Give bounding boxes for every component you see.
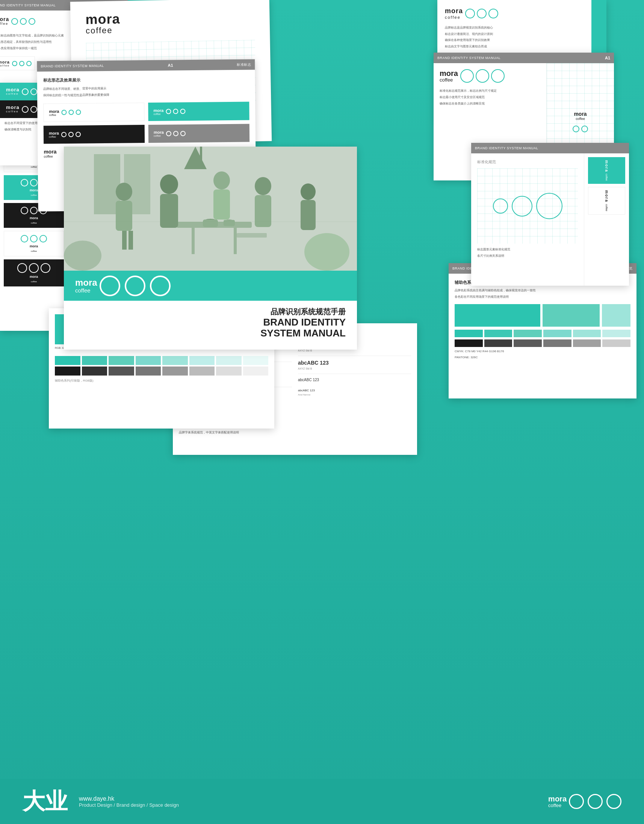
brand-name-tr: mora [445, 8, 463, 15]
footer-circles [569, 794, 621, 809]
bottom-logo-text: mora coffee [44, 149, 56, 158]
footer-logo-text: mora coffee [548, 795, 567, 808]
sc2 [484, 330, 512, 337]
circle-1 [11, 18, 18, 25]
svg-point-24 [304, 233, 350, 271]
logo-text-dark: mora coffee [6, 105, 20, 114]
card-9-content: 标准化规范 标志圆形元素标准化规范 各尺寸比例关系说明 mora [471, 154, 629, 286]
cnorm1 [460, 69, 474, 83]
shade-5 [162, 356, 188, 365]
vert-white-logo: mora coffee [588, 187, 625, 214]
color-row-gray-shades [55, 366, 268, 375]
svg-rect-19 [213, 189, 230, 220]
cover-titles: 品牌识别系统规范手册 BRAND IDENTITY SYSTEM MANUAL [261, 307, 346, 338]
cn-text-tr: 品牌标志是品牌视觉识别系统的核心 标志设计遵循简洁、现代的设计原则 确保在各种使… [445, 26, 584, 49]
card-right-middle: BRAND IDENTITY SYSTEM MANUAL 标准化规范 标志圆形元… [471, 143, 629, 286]
circle-sizes [493, 193, 563, 219]
card-9-right: mora coffee mora coffee [584, 154, 629, 286]
vert-sub-1: coffee [31, 166, 37, 168]
vert-circles-5 [17, 263, 51, 273]
bottom-brand-sub: coffee [44, 155, 56, 158]
brand-name-teal: mora [6, 87, 20, 92]
footer-logo: mora coffee [548, 794, 621, 809]
big-brand-sub: coffee [86, 26, 120, 35]
vl52 [29, 263, 39, 273]
cover-cn-title: 品牌识别系统规范手册 [261, 307, 346, 317]
vert-brand-2: mora [30, 188, 38, 192]
svg-rect-7 [234, 228, 237, 254]
cc1 [100, 275, 120, 296]
ctr2 [477, 9, 486, 18]
en-font-1: AXYZ Std B [298, 349, 411, 352]
vert-brand-white: mora [604, 190, 609, 202]
en-typo-row-3: abcABC 123 [298, 378, 411, 387]
logo-text-w1: mora coffee [0, 60, 10, 67]
ctr3 [488, 9, 498, 18]
footer-left: 大业 www.daye.hk Product Design / Brand de… [23, 786, 179, 817]
large-teal-lighter [602, 304, 630, 327]
size-circle-2 [512, 196, 532, 217]
bottom-brand-name: mora [44, 149, 56, 155]
vsub3: coffee [49, 136, 59, 139]
svg-rect-26 [237, 233, 267, 238]
logo-grid-6: mora coffee [573, 111, 588, 132]
brand-sub-1: coffee [0, 22, 9, 26]
circles-w1 [12, 61, 32, 66]
fc1 [569, 794, 584, 809]
brand-name-dark: mora [6, 105, 20, 110]
footer-links: www.daye.hk Product Design / Brand desig… [79, 795, 179, 808]
cv23 [180, 109, 185, 114]
vert-logo-5: mora coffee [4, 259, 64, 286]
sg5 [573, 340, 601, 347]
svg-rect-21 [255, 195, 271, 227]
cover-en-title-1: BRAND IDENTITY [261, 317, 346, 328]
brand-name-w1: mora [0, 60, 10, 64]
gray-5 [162, 366, 188, 375]
vl32 [30, 207, 38, 214]
footer-brand-sub: coffee [548, 803, 567, 808]
size-circle-3 [536, 193, 563, 219]
footer-website[interactable]: www.daye.hk [79, 795, 179, 802]
shade-6 [189, 356, 215, 365]
svg-rect-17 [160, 194, 178, 228]
illustration-svg [64, 147, 357, 271]
c3 [26, 61, 32, 66]
cv31 [61, 132, 66, 137]
vert-teal-logo: mora coffee [588, 157, 625, 184]
header-a1-5: A1 [167, 63, 173, 67]
sc6 [602, 330, 630, 337]
gray-1 [55, 366, 80, 375]
logo-v4: mora coffee [154, 130, 186, 138]
vl22 [30, 179, 38, 186]
vert-circles-4 [21, 235, 47, 243]
footer-brand-name: mora [548, 795, 567, 803]
variations-title: 标志形态及效果展示 [43, 76, 249, 83]
vl21 [21, 179, 28, 186]
svg-rect-13 [116, 201, 132, 231]
cover-circles [100, 275, 170, 296]
vname1: mora [49, 109, 59, 114]
vsub4: coffee [154, 135, 164, 138]
vert-logo-4: mora coffee [4, 231, 64, 257]
vsub2: coffee [153, 112, 163, 115]
cv22 [173, 109, 178, 114]
logo-norm: mora coffee [440, 69, 540, 83]
en-typo-row-2: abcABC 123 AXYZ Std B [298, 360, 411, 374]
vl31 [21, 207, 28, 214]
logo-text-v4: mora coffee [154, 130, 164, 138]
cteal2 [31, 88, 37, 95]
logo-v3: mora coffee [49, 131, 81, 139]
color-row-teal-shades [55, 356, 268, 365]
circles-v3 [61, 132, 81, 137]
card-cover-main: mora coffee 品牌识别系统规范手册 BRAND IDENTITY SY… [64, 147, 357, 350]
fc2 [588, 794, 603, 809]
vert-sub-white: coffee [605, 204, 608, 211]
logo-var-teal: mora coffee [148, 101, 249, 121]
circles-g6 [573, 126, 588, 132]
cover-brand-name: mora [75, 278, 97, 287]
gray-3 [109, 366, 134, 375]
cv43 [180, 131, 186, 136]
en-sample-3: abcABC 123 [298, 378, 411, 382]
footer-brand-char: 大业 [23, 786, 67, 817]
vname4: mora [154, 130, 164, 135]
